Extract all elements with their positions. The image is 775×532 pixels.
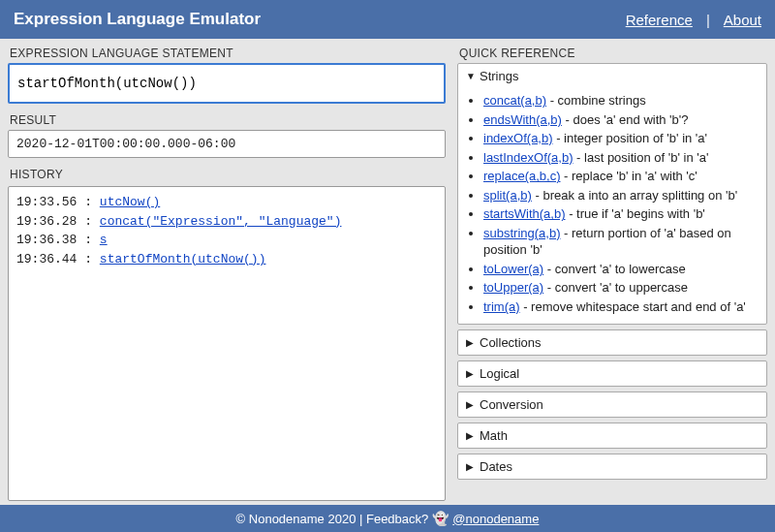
quickref-section-header[interactable]: ▶Math [458, 423, 766, 448]
quickref-item: concat(a,b) - combine strings [483, 92, 759, 110]
main-content: EXPRESSION LANGUAGE STATEMENT RESULT 202… [0, 39, 775, 505]
quickref-function-link[interactable]: substring(a,b) [483, 226, 560, 240]
history-row: 19:36.44 : startOfMonth(utcNow()) [16, 250, 437, 269]
history-time: 19:36.44 : [16, 252, 100, 266]
quickref-section-title: Dates [480, 459, 512, 474]
quickref-function-desc: - last position of 'b' in 'a' [574, 150, 709, 165]
triangle-right-icon: ▶ [466, 368, 476, 379]
quickref-item: toUpper(a) - convert 'a' to uppercase [483, 279, 759, 297]
quickref-item: toLower(a) - convert 'a' to lowercase [483, 261, 759, 278]
header-separator: | [706, 12, 710, 28]
quickref-label: QUICK REFERENCE [457, 45, 767, 63]
quickref-function-link[interactable]: split(a,b) [483, 188, 532, 203]
history-expression-link[interactable]: startOfMonth(utcNow()) [100, 252, 266, 266]
history-row: 19:36.38 : s [16, 231, 437, 250]
quickref-function-desc: - convert 'a' to uppercase [543, 280, 688, 295]
quickref-function-link[interactable]: toLower(a) [483, 262, 543, 276]
quickref-section-title: Strings [480, 69, 518, 83]
statement-label: EXPRESSION LANGUAGE STATEMENT [8, 45, 446, 63]
statement-input[interactable] [8, 63, 446, 104]
quickref-item: replace(a,b,c) - replace 'b' in 'a' with… [483, 168, 759, 185]
quickref-section-header[interactable]: ▼Strings [458, 64, 766, 88]
quickref-item: trim(a) - remove whitespace start and en… [483, 298, 759, 316]
quickref-section: ▶Collections [457, 329, 767, 356]
quickref-section-header[interactable]: ▶Conversion [458, 392, 766, 417]
quickref-item: endsWith(a,b) - does 'a' end with 'b'? [483, 111, 759, 129]
quickref-function-link[interactable]: lastIndexOf(a,b) [483, 150, 574, 165]
history-expression-link[interactable]: concat("Expression", "Language") [100, 214, 342, 229]
app-header: Expression Language Emulator Reference |… [0, 0, 775, 39]
quickref-function-desc: - remove whitespace start and end of 'a' [520, 299, 746, 314]
result-output: 2020-12-01T00:00:00.000-06:00 [8, 130, 446, 158]
quickref-section-title: Math [480, 428, 508, 443]
quickref-section: ▼Stringsconcat(a,b) - combine stringsend… [457, 63, 767, 325]
quickref-function-link[interactable]: toUpper(a) [483, 280, 543, 295]
quickref-section: ▶Dates [457, 454, 767, 480]
quickref-section: ▶Conversion [457, 391, 767, 418]
result-label: RESULT [8, 111, 446, 130]
triangle-right-icon: ▶ [466, 337, 476, 348]
quickref-section-title: Logical [480, 366, 519, 381]
quickref-section: ▶Logical [457, 360, 767, 387]
quickref-item: substring(a,b) - return portion of 'a' b… [483, 225, 759, 259]
history-expression-link[interactable]: s [100, 233, 108, 247]
left-column: EXPRESSION LANGUAGE STATEMENT RESULT 202… [8, 45, 446, 501]
footer-handle-link[interactable]: @nonodename [452, 512, 539, 526]
quickref-function-desc: - break a into an array splitting on 'b' [532, 188, 737, 203]
history-time: 19:36.28 : [16, 214, 100, 229]
quickref-section: ▶Math [457, 422, 767, 449]
quickref-item: indexOf(a,b) - integer position of 'b' i… [483, 130, 759, 147]
about-link[interactable]: About [724, 12, 761, 28]
quickref-function-link[interactable]: indexOf(a,b) [483, 131, 553, 145]
quickref-section-header[interactable]: ▶Collections [458, 330, 766, 355]
history-row: 19:36.28 : concat("Expression", "Languag… [16, 212, 437, 232]
history-panel[interactable]: 19:33.56 : utcNow()19:36.28 : concat("Ex… [8, 186, 446, 501]
ghost-icon: 👻 [432, 511, 449, 526]
quickref-section-title: Conversion [480, 397, 543, 412]
quickref-function-desc: - integer position of 'b' in 'a' [553, 131, 708, 145]
quickref-section-header[interactable]: ▶Dates [458, 454, 766, 479]
quickref-function-desc: - replace 'b' in 'a' with 'c' [560, 169, 697, 183]
quickref-function-link[interactable]: trim(a) [483, 299, 520, 314]
footer-copyright: © Nonodename 2020 | Feedback? [236, 512, 429, 526]
triangle-right-icon: ▶ [466, 461, 476, 472]
quickref-function-link[interactable]: replace(a,b,c) [483, 169, 560, 183]
quickref-item: startsWith(a,b) - true if 'a' begins wit… [483, 205, 759, 223]
history-row: 19:33.56 : utcNow() [16, 193, 437, 212]
quickref-section-body: concat(a,b) - combine stringsendsWith(a,… [458, 88, 766, 324]
app-footer: © Nonodename 2020 | Feedback? 👻 @nonoden… [0, 505, 775, 532]
quickref-function-desc: - true if 'a' begins with 'b' [566, 206, 705, 221]
quickref-function-link[interactable]: concat(a,b) [483, 93, 546, 108]
history-label: HISTORY [8, 166, 446, 184]
quickref-accordion: ▼Stringsconcat(a,b) - combine stringsend… [457, 63, 767, 501]
quickref-function-desc: - combine strings [546, 93, 646, 108]
quickref-function-link[interactable]: startsWith(a,b) [483, 206, 566, 221]
quickref-function-link[interactable]: endsWith(a,b) [483, 112, 562, 127]
reference-link[interactable]: Reference [626, 12, 693, 28]
quickref-section-header[interactable]: ▶Logical [458, 361, 766, 386]
quickref-item: lastIndexOf(a,b) - last position of 'b' … [483, 149, 759, 167]
right-column: QUICK REFERENCE ▼Stringsconcat(a,b) - co… [457, 45, 767, 501]
triangle-right-icon: ▶ [466, 399, 476, 410]
app-title: Expression Language Emulator [14, 10, 261, 29]
quickref-item: split(a,b) - break a into an array split… [483, 187, 759, 204]
history-time: 19:36.38 : [16, 233, 100, 247]
history-expression-link[interactable]: utcNow() [100, 195, 160, 209]
quickref-function-desc: - does 'a' end with 'b'? [562, 112, 689, 127]
triangle-right-icon: ▶ [466, 430, 476, 441]
history-time: 19:33.56 : [16, 195, 100, 209]
header-links: Reference | About [626, 12, 761, 28]
quickref-function-desc: - convert 'a' to lowercase [543, 262, 686, 276]
quickref-section-title: Collections [480, 335, 542, 350]
triangle-down-icon: ▼ [466, 71, 476, 81]
